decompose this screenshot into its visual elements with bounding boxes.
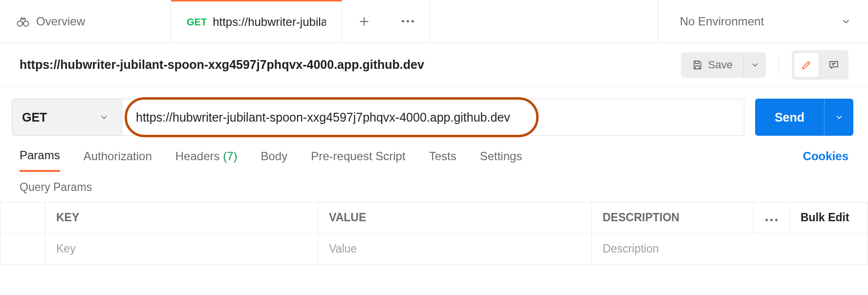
chevron-down-icon <box>99 112 109 122</box>
cell-checkbox[interactable] <box>0 233 45 265</box>
cookies-link[interactable]: Cookies <box>803 149 848 171</box>
subtab-authorization[interactable]: Authorization <box>84 149 152 171</box>
comment-icon <box>828 59 840 71</box>
svg-point-1 <box>23 21 29 26</box>
query-params-table: KEY VALUE DESCRIPTION Bulk Edit <box>0 202 868 265</box>
edit-view-button[interactable] <box>794 52 819 78</box>
subtab-headers-label: Headers <box>175 149 220 163</box>
save-dropdown-button[interactable] <box>743 52 766 78</box>
tab-options-button[interactable] <box>386 0 430 42</box>
subtab-params[interactable]: Params <box>20 148 60 172</box>
subtab-body[interactable]: Body <box>261 149 288 171</box>
tab-request-active[interactable]: GET https://hubwriter-jubilant- <box>171 0 342 42</box>
http-method-label: GET <box>22 110 47 125</box>
binoculars-icon <box>16 14 30 29</box>
subtab-tests[interactable]: Tests <box>429 149 456 171</box>
request-title: https://hubwriter-jubilant-spoon-xxg4597… <box>20 58 681 72</box>
send-button-group: Send <box>755 99 853 136</box>
url-input[interactable] <box>122 99 744 135</box>
tab-request-title: https://hubwriter-jubilant- <box>213 15 326 29</box>
divider <box>779 55 779 75</box>
new-tab-button[interactable] <box>342 0 386 42</box>
send-button-label: Send <box>775 110 804 125</box>
tab-overview-label: Overview <box>36 15 85 28</box>
cell-value[interactable] <box>318 233 592 265</box>
title-bar: https://hubwriter-jubilant-spoon-xxg4597… <box>0 43 868 87</box>
tab-strip: Overview GET https://hubwriter-jubilant-… <box>0 0 868 43</box>
col-options[interactable] <box>754 202 790 233</box>
col-key: KEY <box>45 202 318 233</box>
bulk-edit-button[interactable]: Bulk Edit <box>790 202 868 233</box>
table-header-row: KEY VALUE DESCRIPTION Bulk Edit <box>0 202 868 233</box>
save-button-group: Save <box>681 52 766 78</box>
query-params-heading: Query Params <box>0 172 868 202</box>
description-input[interactable] <box>603 242 857 255</box>
method-url-group: GET <box>12 99 744 136</box>
send-dropdown-button[interactable] <box>824 99 853 136</box>
plus-icon <box>358 15 370 28</box>
view-toggle-group <box>792 50 848 80</box>
comment-view-button[interactable] <box>821 52 846 78</box>
ellipsis-icon <box>765 219 778 221</box>
url-input-wrap <box>122 99 744 135</box>
cell-key[interactable] <box>45 233 318 265</box>
tab-method-badge: GET <box>187 17 207 28</box>
environment-label: No Environment <box>680 15 764 28</box>
subtab-prerequest[interactable]: Pre-request Script <box>311 149 405 171</box>
col-checkbox <box>0 202 45 233</box>
subtab-settings[interactable]: Settings <box>480 149 522 171</box>
http-method-selector[interactable]: GET <box>12 99 122 135</box>
table-row <box>0 233 868 265</box>
tab-overview[interactable]: Overview <box>0 0 171 42</box>
key-input[interactable] <box>56 242 307 255</box>
pencil-icon <box>801 59 812 71</box>
subtab-headers[interactable]: Headers (7) <box>175 149 238 171</box>
svg-point-0 <box>18 21 23 26</box>
save-button[interactable]: Save <box>681 52 743 78</box>
chevron-down-icon <box>750 60 760 70</box>
save-icon <box>692 59 703 71</box>
col-value: VALUE <box>318 202 592 233</box>
col-description: DESCRIPTION <box>592 202 754 233</box>
request-subtabs: Params Authorization Headers (7) Body Pr… <box>0 146 868 172</box>
save-button-label: Save <box>708 59 733 71</box>
environment-selector[interactable]: No Environment <box>658 0 868 42</box>
chevron-down-icon <box>834 112 844 122</box>
cell-description[interactable] <box>592 233 868 265</box>
ellipsis-icon <box>402 20 414 22</box>
request-row: GET Send <box>0 87 868 146</box>
chevron-down-icon <box>841 16 851 27</box>
send-button[interactable]: Send <box>755 99 824 136</box>
value-input[interactable] <box>329 242 581 255</box>
subtab-headers-count: (7) <box>223 149 237 163</box>
